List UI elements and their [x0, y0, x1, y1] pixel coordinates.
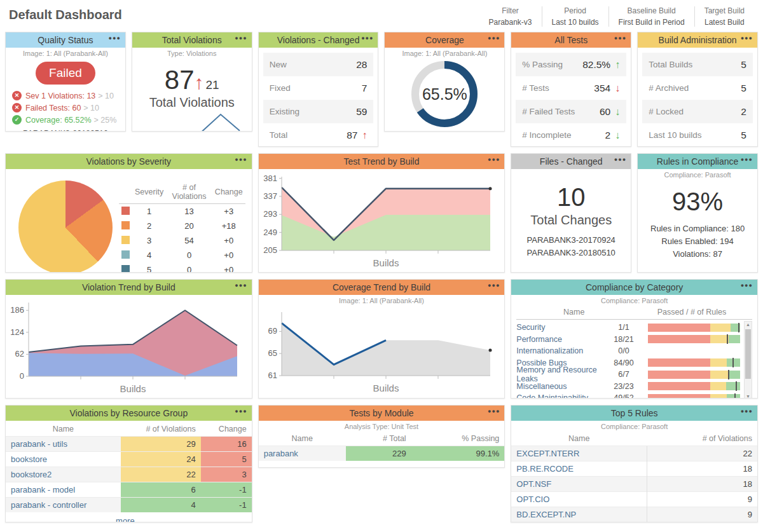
stat-label: # Locked [649, 107, 741, 116]
module-link[interactable]: parabank [264, 449, 298, 458]
filter-control[interactable]: Filter Parabank-v3 [479, 6, 541, 27]
build-id: PARABANK3-20170924 [511, 234, 631, 247]
stat-row: # Tests354↓ [516, 76, 626, 100]
violations-cell: 24 [121, 452, 201, 467]
stat-label: # Failed Tests [522, 107, 600, 116]
stat-row: % Passing82.5%↑ [516, 53, 626, 76]
baseline-build-value[interactable]: First Build in Period [619, 18, 685, 27]
rule-link[interactable]: EXCEPT.NTERR [516, 449, 579, 458]
widget-menu-icon[interactable]: ●●● [235, 408, 247, 414]
widget-violations-changed: Violations - Changed●●● New28 Fixed7 Exi… [258, 32, 379, 147]
widget-menu-icon[interactable]: ●●● [741, 156, 753, 163]
stat-row: # Incomplete2↓ [516, 123, 626, 147]
widget-menu-icon[interactable]: ●●● [614, 156, 626, 163]
stat-value: 354 [594, 83, 610, 94]
compliance-bar [648, 371, 742, 379]
target-build-control[interactable]: Target Build Latest Build [694, 6, 754, 27]
up-arrow-icon: ↑ [615, 59, 620, 71]
resource-group-link[interactable]: parabank - utils [11, 439, 67, 449]
check-threshold: > 25% [94, 116, 117, 125]
widget-menu-icon[interactable]: ●●● [361, 35, 373, 41]
widget-subtitle: Compliance: Parasoft [638, 169, 757, 179]
resource-group-link[interactable]: bookstore2 [11, 470, 52, 479]
widget-title: Rules in Compliance [643, 156, 752, 167]
table-row: BD.EXCEPT.NP9 [511, 507, 757, 522]
stat-row: New28 [263, 53, 374, 76]
resource-group-link[interactable]: bookstore [11, 454, 47, 464]
widget-title: Coverage [390, 35, 499, 45]
scroll-up-icon[interactable]: ▲ [745, 322, 752, 327]
category-link[interactable]: Miscellaneous [516, 382, 606, 391]
category-link[interactable]: Memory and Resource Leaks [516, 365, 606, 383]
table-row: Performance18/21 [516, 334, 742, 346]
resource-group-link[interactable]: parabank - controller [11, 500, 86, 510]
widget-menu-icon[interactable]: ●●● [614, 35, 626, 41]
period-value[interactable]: Last 10 builds [552, 18, 599, 27]
rule-link[interactable]: OPT.CIO [516, 494, 549, 504]
period-control[interactable]: Period Last 10 builds [542, 6, 608, 27]
svg-text:Builds: Builds [120, 383, 146, 394]
check-threshold: > 10 [83, 104, 99, 113]
change-cell: 16 [201, 437, 252, 452]
baseline-build-control[interactable]: Baseline Build First Build in Period [608, 6, 694, 27]
passing-cell: 99.1% [411, 446, 505, 461]
stat-row: # Locked2 [642, 100, 753, 123]
widget-menu-icon[interactable]: ●●● [741, 282, 753, 289]
widget-menu-icon[interactable]: ●●● [488, 35, 500, 41]
category-link[interactable]: Code Maintainability [516, 393, 606, 399]
status-badge: Failed [36, 62, 95, 85]
svg-text:249: 249 [263, 228, 277, 237]
resource-group-link[interactable]: parabank - model [11, 485, 75, 494]
target-build-value[interactable]: Latest Build [705, 18, 745, 27]
coverage-donut-chart: 65.5% [410, 60, 479, 128]
widget-menu-icon[interactable]: ●●● [109, 35, 121, 41]
category-link[interactable]: Security [516, 323, 606, 332]
scroll-down-icon[interactable]: ▼ [745, 394, 752, 399]
rule-link[interactable]: BD.EXCEPT.NP [516, 510, 576, 519]
category-link[interactable]: Performance [516, 335, 606, 344]
filter-value[interactable]: Parabank-v3 [488, 18, 532, 27]
widget-menu-icon[interactable]: ●●● [235, 282, 247, 289]
stat-label: # Incomplete [522, 130, 605, 140]
column-header: Name [516, 308, 631, 317]
total-violations-value: 87 ↑ 21 [132, 65, 252, 95]
stat-value: 5 [741, 59, 746, 71]
change-cell: -1 [201, 482, 252, 498]
column-header: # of Violations [121, 422, 201, 437]
widget-menu-icon[interactable]: ●●● [235, 35, 247, 41]
widget-subtitle: Image: 1: All (Parabank-All) [385, 48, 504, 57]
big-number: 87 [165, 65, 195, 95]
ratio-value: 6/7 [606, 370, 642, 379]
widget-menu-icon[interactable]: ●●● [741, 35, 753, 41]
violations-cell: 4 [121, 498, 201, 513]
widget-menu-icon[interactable]: ●●● [235, 156, 247, 163]
compliance-bar [648, 324, 742, 332]
widget-grid: Quality Status●●● Image: 1: All (Paraban… [0, 27, 763, 528]
stat-label: Last 10 builds [649, 130, 741, 140]
rule-link[interactable]: PB.RE.RCODE [516, 464, 574, 474]
dashboard-controls: Filter Parabank-v3 Period Last 10 builds… [479, 6, 754, 27]
table-row: Miscellaneous23/23 [516, 381, 742, 393]
widget-title: Top 5 Rules [516, 408, 752, 418]
widget-title: Compliance by Category [516, 282, 752, 292]
widget-menu-icon[interactable]: ●●● [488, 156, 500, 163]
more-link[interactable]: more... [511, 522, 757, 522]
scrollbar-thumb[interactable] [745, 329, 751, 379]
scrollbar[interactable]: ▲ ▼ [744, 321, 752, 399]
stat-label: Total [270, 130, 347, 140]
total-cell: 229 [346, 446, 411, 461]
widget-menu-icon[interactable]: ●●● [741, 408, 753, 414]
table-header: Name # of Violations Change [6, 422, 252, 437]
stat-label: # Archived [649, 83, 741, 93]
up-arrow-icon: ↑ [362, 130, 367, 141]
sparkline-chart [141, 111, 243, 132]
more-link[interactable]: more... [6, 512, 252, 522]
total-changes-label: Total Changes [511, 213, 631, 228]
table-row: bookstore245 [6, 452, 252, 467]
rule-link[interactable]: OPT.NSF [516, 479, 551, 489]
category-link[interactable]: Internationalization [516, 346, 606, 355]
stat-value: 60 [600, 106, 610, 118]
widget-menu-icon[interactable]: ●●● [488, 282, 500, 289]
svg-text:Builds: Builds [373, 257, 399, 268]
widget-menu-icon[interactable]: ●●● [488, 408, 500, 414]
